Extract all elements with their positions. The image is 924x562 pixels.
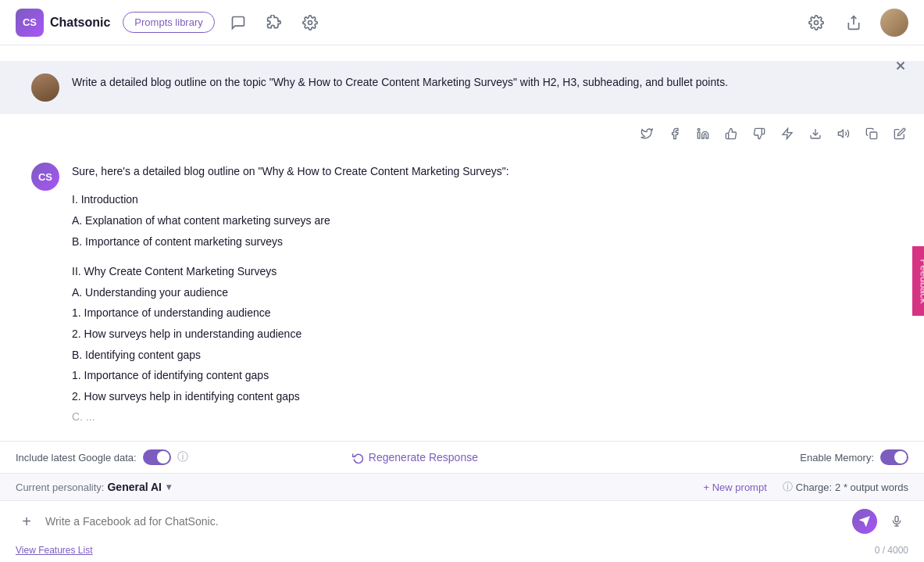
puzzle-icon[interactable] <box>263 12 285 34</box>
user-avatar <box>31 73 59 102</box>
app-name: Chatsonic <box>50 16 110 30</box>
outline-item-9: 1. Importance of identifying content gap… <box>72 365 877 386</box>
svg-marker-9 <box>838 130 843 137</box>
send-button[interactable] <box>852 509 877 534</box>
toggle-knob <box>157 451 169 464</box>
outline-item-5: A. Understanding your audience <box>72 282 877 303</box>
blog-outline: I. Introduction A. Explanation of what c… <box>72 189 877 428</box>
bolt-icon[interactable] <box>776 122 799 145</box>
settings-icon[interactable] <box>299 12 321 34</box>
outline-item-8: B. Identifying content gaps <box>72 345 877 366</box>
info-icon[interactable]: ⓘ <box>177 450 188 464</box>
memory-toggle-knob <box>894 451 907 464</box>
google-data-label: Include latest Google data: <box>16 452 137 464</box>
memory-label: Enable Memory: <box>800 452 874 464</box>
header: CS Chatsonic Prompts library <box>0 0 924 45</box>
svg-point-1 <box>815 20 819 24</box>
user-message-text: Write a detailed blog outline on the top… <box>72 73 877 91</box>
twitter-icon[interactable] <box>635 122 658 145</box>
ai-content: Sure, here's a detailed blog outline on … <box>72 163 877 428</box>
add-attachment-button[interactable]: + <box>16 510 37 532</box>
chevron-down-icon: ▾ <box>166 481 171 492</box>
memory-section: Enable Memory: <box>800 449 908 465</box>
svg-marker-12 <box>860 517 869 526</box>
controls-row: Include latest Google data: ⓘ Regenerate… <box>0 442 924 473</box>
outline-item-10: 2. How surveys help in identifying conte… <box>72 386 877 407</box>
personality-row: Current personality: General AI ▾ + New … <box>0 473 924 501</box>
share-icon[interactable] <box>843 12 865 34</box>
svg-rect-5 <box>697 132 700 138</box>
charge-value: 2 * output words <box>835 481 908 493</box>
outline-item-4: II. Why Create Content Marketing Surveys <box>72 261 877 282</box>
outline-item-11: C. ... <box>72 406 877 428</box>
ai-message: CS Sure, here's a detailed blog outline … <box>0 150 924 440</box>
linkedin-icon[interactable] <box>691 122 715 145</box>
bottom-bar: Include latest Google data: ⓘ Regenerate… <box>0 441 924 562</box>
facebook-icon[interactable] <box>663 122 687 145</box>
outline-item-1: I. Introduction <box>72 189 877 210</box>
input-row: + <box>0 501 924 542</box>
regenerate-button[interactable]: Regenerate Response <box>352 451 478 464</box>
close-button[interactable] <box>890 55 912 77</box>
char-count: 0 / 4000 <box>875 545 908 556</box>
outline-item-2: A. Explanation of what content marketing… <box>72 210 877 231</box>
message-action-bar <box>0 117 924 150</box>
avatar[interactable] <box>880 9 908 37</box>
chat-input[interactable] <box>45 515 844 528</box>
svg-marker-7 <box>783 128 792 138</box>
outline-item-7: 2. How surveys help in understanding aud… <box>72 324 877 345</box>
chat-icon[interactable] <box>227 12 249 34</box>
google-data-section: Include latest Google data: ⓘ <box>16 449 188 465</box>
header-right <box>805 9 908 37</box>
outline-item-3: B. Importance of content marketing surve… <box>72 231 877 252</box>
svg-point-6 <box>697 128 700 131</box>
thumbs-down-icon[interactable] <box>747 122 771 145</box>
logo-area: CS Chatsonic <box>16 9 110 37</box>
prompts-library-button[interactable]: Prompts library <box>123 12 214 33</box>
outline-item-6: 1. Importance of understanding audience <box>72 302 877 324</box>
svg-point-0 <box>308 20 312 24</box>
app-logo-icon: CS <box>16 9 44 37</box>
feedback-tab[interactable]: Feedback <box>912 246 925 316</box>
footer-row: View Features List 0 / 4000 <box>0 542 924 562</box>
user-avatar-image <box>880 9 908 37</box>
thumbs-up-icon[interactable] <box>719 122 743 145</box>
info-circle-icon: ⓘ <box>783 480 793 494</box>
personality-select[interactable]: General AI ▾ <box>107 481 171 493</box>
memory-toggle[interactable] <box>880 449 908 465</box>
view-features-link[interactable]: View Features List <box>16 545 93 556</box>
copy-icon[interactable] <box>860 122 883 145</box>
edit-icon[interactable] <box>888 122 912 145</box>
svg-rect-10 <box>870 132 877 139</box>
microphone-button[interactable] <box>885 510 908 533</box>
main-wrapper: Write a detailed blog outline on the top… <box>0 45 924 562</box>
settings-gear-icon[interactable] <box>805 12 827 34</box>
google-data-toggle[interactable] <box>143 449 171 465</box>
charge-info: ⓘ Charge: 2 * output words <box>783 480 908 494</box>
user-message: Write a detailed blog outline on the top… <box>0 61 924 114</box>
personality-label: Current personality: <box>16 481 104 493</box>
new-prompt-button[interactable]: + New prompt <box>704 481 767 493</box>
header-nav-icons <box>227 12 321 34</box>
speaker-icon[interactable] <box>832 122 855 145</box>
chat-area: Write a detailed blog outline on the top… <box>0 45 924 562</box>
charge-label: Charge: <box>796 481 832 493</box>
svg-rect-13 <box>895 516 898 521</box>
messages-container: Write a detailed blog outline on the top… <box>0 45 924 441</box>
personality-value: General AI <box>107 481 162 493</box>
download-icon[interactable] <box>804 122 827 145</box>
ai-intro-text: Sure, here's a detailed blog outline on … <box>72 163 877 180</box>
ai-avatar: CS <box>31 163 59 191</box>
